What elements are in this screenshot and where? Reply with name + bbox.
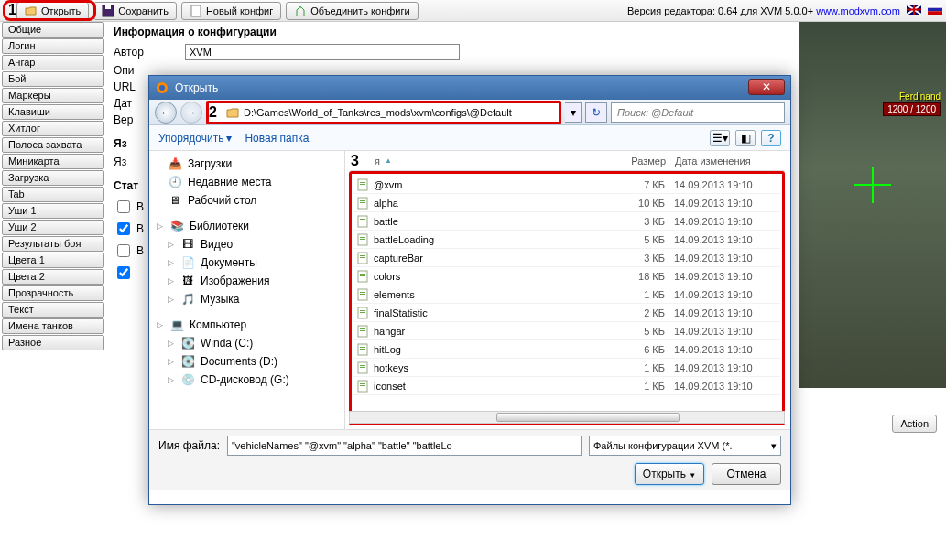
file-icon <box>355 269 370 284</box>
sidebar-item[interactable]: Полоса захвата <box>2 137 104 153</box>
file-row[interactable]: iconset1 КБ14.09.2013 19:10 <box>353 377 780 395</box>
file-row[interactable]: captureBar3 КБ14.09.2013 19:10 <box>353 249 780 267</box>
stat-cb-2-label: В <box>136 222 144 235</box>
file-row[interactable]: battle3 КБ14.09.2013 19:10 <box>353 212 780 231</box>
tree-recent[interactable]: 🕘Недавние места <box>155 173 339 191</box>
tree-music[interactable]: ▷🎵Музыка <box>155 290 339 308</box>
help-button[interactable]: ? <box>761 130 781 146</box>
file-icon <box>355 324 370 339</box>
tree-downloads[interactable]: 📥Загрузки <box>155 155 339 173</box>
file-row[interactable]: alpha10 КБ14.09.2013 19:10 <box>353 194 780 212</box>
col-size[interactable]: Размер <box>602 156 666 167</box>
file-list[interactable]: @xvm7 КБ14.09.2013 19:10alpha10 КБ14.09.… <box>349 171 785 425</box>
tree-video[interactable]: ▷🎞Видео <box>155 235 339 253</box>
author-input[interactable] <box>185 44 460 60</box>
file-name: iconset <box>374 381 604 392</box>
folder-tree[interactable]: 📥Загрузки 🕘Недавние места 🖥Рабочий стол … <box>149 151 345 429</box>
file-row[interactable]: @xvm7 КБ14.09.2013 19:10 <box>353 176 780 194</box>
svg-rect-29 <box>360 294 365 295</box>
dialog-open-button[interactable]: Открыть ▼ <box>635 463 704 485</box>
action-button[interactable]: Action <box>892 415 937 433</box>
sidebar-item[interactable]: Загрузка <box>2 170 104 186</box>
sidebar-item[interactable]: Уши 2 <box>2 220 104 235</box>
sidebar-item[interactable]: Разное <box>2 335 104 350</box>
new-config-button[interactable]: Новый конфиг <box>181 2 281 20</box>
file-name: battleLoading <box>374 234 604 245</box>
organize-menu[interactable]: Упорядочить ▾ <box>158 132 232 145</box>
merge-config-button[interactable]: Объединить конфиги <box>286 2 418 20</box>
file-row[interactable]: hitLog6 КБ14.09.2013 19:10 <box>353 340 780 359</box>
h-scrollbar[interactable] <box>349 411 785 424</box>
file-list-header[interactable]: я▲ Размер Дата изменения <box>351 151 785 171</box>
tree-drive-d[interactable]: ▷💽Documents (D:) <box>155 352 339 371</box>
file-name: elements <box>374 289 604 300</box>
path-dropdown[interactable]: ▾ <box>565 102 582 123</box>
file-row[interactable]: colors18 КБ14.09.2013 19:10 <box>353 267 780 285</box>
svg-rect-5 <box>928 8 942 12</box>
file-icon <box>355 287 370 302</box>
file-row[interactable]: hotkeys1 КБ14.09.2013 19:10 <box>353 359 780 377</box>
cd-icon: 💿 <box>180 372 195 387</box>
preview-pane-button[interactable]: ◧ <box>735 130 756 146</box>
sidebar-item[interactable]: Прозрачность <box>2 285 104 301</box>
sidebar-item[interactable]: Имена танков <box>2 318 104 334</box>
dialog-titlebar[interactable]: Открыть ✕ <box>149 76 790 100</box>
file-name: alpha <box>374 198 604 209</box>
stat-cb-4[interactable] <box>117 266 130 279</box>
file-row[interactable]: finalStatistic2 КБ14.09.2013 19:10 <box>353 304 780 322</box>
search-input[interactable] <box>611 102 785 123</box>
file-row[interactable]: elements1 КБ14.09.2013 19:10 <box>353 285 780 304</box>
flag-en-icon[interactable] <box>907 5 921 15</box>
library-icon: 📚 <box>169 219 184 233</box>
nav-back-button[interactable]: ← <box>155 102 177 124</box>
sidebar-item[interactable]: Миникарта <box>2 154 104 169</box>
flag-ru-icon[interactable] <box>928 5 942 15</box>
sidebar-item[interactable]: Ангар <box>2 55 104 70</box>
dialog-close-button[interactable]: ✕ <box>748 79 785 95</box>
open-button[interactable]: Открыть <box>16 2 89 20</box>
tree-desktop[interactable]: 🖥Рабочий стол <box>155 191 339 210</box>
new-folder-button[interactable]: Новая папка <box>245 132 309 145</box>
tree-drive-g[interactable]: ▷💿CD-дисковод (G:) <box>155 371 339 389</box>
sidebar-item[interactable]: Результаты боя <box>2 236 104 252</box>
sidebar-item[interactable]: Хитлог <box>2 121 104 136</box>
sidebar-item[interactable]: Общие <box>2 22 104 38</box>
sidebar-item[interactable]: Цвета 2 <box>2 269 104 285</box>
tree-libraries[interactable]: ▷📚Библиотеки <box>155 217 339 235</box>
col-date[interactable]: Дата изменения <box>666 156 785 167</box>
file-size: 7 КБ <box>604 179 665 190</box>
tree-pictures[interactable]: ▷🖼Изображения <box>155 272 339 290</box>
stat-cb-3[interactable] <box>117 244 130 257</box>
game-preview: Ferdinand 1200 / 1200 <box>799 22 946 388</box>
file-row[interactable]: battleLoading5 КБ14.09.2013 19:10 <box>353 231 780 249</box>
tree-computer[interactable]: ▷💻Компьютер <box>155 316 339 334</box>
file-name: hitLog <box>374 344 604 355</box>
stat-cb-1[interactable] <box>117 200 130 213</box>
path-input[interactable]: 2 D:\Games\World_of_Tanks\res_mods\xvm\c… <box>206 102 561 123</box>
folder-icon <box>225 105 240 120</box>
filetype-select[interactable]: Файлы конфигурации XVM (*.▾ <box>589 436 781 456</box>
sidebar-item[interactable]: Цвета 1 <box>2 253 104 268</box>
sidebar-item[interactable]: Текст <box>2 302 104 318</box>
annotation-2: 2 <box>209 104 217 121</box>
view-menu-button[interactable]: ☰▾ <box>710 130 730 146</box>
tree-drive-c[interactable]: ▷💽Winda (C:) <box>155 334 339 352</box>
file-row[interactable]: hangar5 КБ14.09.2013 19:10 <box>353 322 780 340</box>
sidebar-item[interactable]: Tab <box>2 187 104 202</box>
sidebar-item[interactable]: Клавиши <box>2 104 104 120</box>
modxvm-link[interactable]: www.modxvm.com <box>816 5 900 16</box>
nav-forward-button[interactable]: → <box>180 102 202 124</box>
dialog-cancel-button[interactable]: Отмена <box>712 463 781 485</box>
sidebar-item[interactable]: Маркеры <box>2 88 104 103</box>
tree-documents[interactable]: ▷📄Документы <box>155 253 339 272</box>
sidebar-item[interactable]: Бой <box>2 71 104 87</box>
filename-input[interactable] <box>227 436 582 456</box>
save-button-label: Сохранить <box>118 5 169 16</box>
col-name[interactable]: я▲ <box>351 156 602 167</box>
refresh-button[interactable]: ↻ <box>585 102 607 123</box>
stat-cb-2[interactable] <box>117 222 130 235</box>
sidebar-item[interactable]: Уши 1 <box>2 203 104 219</box>
save-button[interactable]: Сохранить <box>93 2 177 20</box>
sidebar-item[interactable]: Логин <box>2 38 104 54</box>
scroll-thumb[interactable] <box>496 413 680 422</box>
